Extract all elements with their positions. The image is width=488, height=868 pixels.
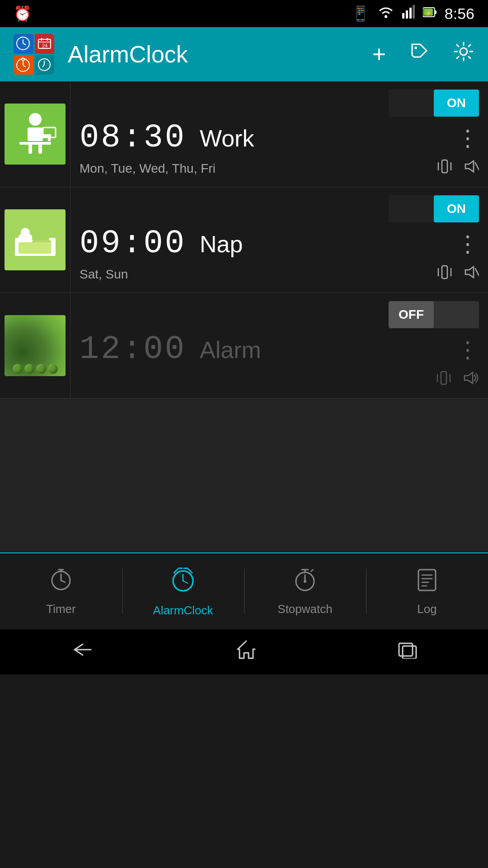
svg-rect-44	[19, 242, 51, 254]
alarm-work-middle: 08:30 Work ⋮	[80, 119, 479, 156]
svg-rect-33	[48, 137, 51, 141]
back-button[interactable]	[69, 641, 96, 663]
nav-item-stopwatch[interactable]: Stopwatch	[244, 553, 366, 629]
alarm-work-time-label: 08:30 Work	[80, 119, 254, 156]
svg-rect-70	[418, 570, 436, 590]
alarm-nap-days: Sat, Sun	[80, 267, 128, 282]
svg-point-24	[414, 47, 417, 49]
alarm-default-time: 12:00	[80, 331, 186, 368]
logo-cell-4	[35, 55, 55, 75]
alarm-nap-toggle[interactable]: ON	[389, 195, 479, 222]
nature-ball-4	[48, 364, 58, 374]
status-right: 📱 ⚡ 8:56	[352, 5, 474, 23]
phone-icon: 📱	[352, 5, 370, 22]
nature-ball-3	[36, 364, 46, 374]
sound-off-icon-work	[462, 158, 479, 179]
alarm-nap-bottom: Sat, Sun	[80, 264, 479, 284]
svg-rect-4	[413, 5, 415, 19]
svg-rect-29	[28, 145, 32, 154]
alarm-row-work: ON 08:30 Work ⋮ Mon, Tue, Wed, Thu, Fri	[0, 81, 488, 187]
battery-icon: ⚡	[423, 5, 436, 22]
alarm-nap-menu[interactable]: ⋮	[456, 231, 479, 257]
empty-area	[0, 399, 488, 552]
svg-rect-45	[442, 266, 447, 278]
alarm-work-name: Work	[200, 125, 254, 152]
bottom-nav: Timer AlarmClock	[0, 552, 488, 629]
sound-off-icon-nap	[462, 264, 479, 284]
alarm-work-bottom: Mon, Tue, Wed, Thu, Fri	[80, 158, 479, 179]
nav-item-timer[interactable]: Timer	[0, 553, 122, 629]
nav-item-alarmclock[interactable]: AlarmClock	[122, 553, 244, 629]
svg-point-66	[304, 580, 306, 583]
status-left: ⏰	[14, 5, 32, 22]
app-logo: 24	[14, 34, 54, 75]
nav-item-log[interactable]: Log	[366, 553, 488, 629]
alarm-icon-default-col	[0, 293, 70, 398]
nature-ball-2	[24, 364, 34, 374]
alarm-default-name: Alarm	[200, 336, 261, 363]
svg-line-48	[475, 269, 479, 276]
alarm-work-badges	[436, 158, 479, 179]
sound-on-icon-default	[461, 370, 479, 390]
svg-rect-27	[28, 127, 43, 141]
svg-rect-6	[435, 10, 436, 14]
timer-nav-icon	[49, 567, 73, 597]
alarm-nap-badges	[436, 264, 479, 284]
timer-nav-label: Timer	[46, 602, 75, 616]
alarm-default-bottom	[80, 370, 479, 390]
svg-text:24: 24	[42, 43, 47, 48]
app-header: 24 AlarmClock +	[0, 27, 488, 81]
vibrate-icon-nap	[436, 264, 453, 284]
sys-nav	[0, 629, 488, 675]
recents-button[interactable]	[396, 641, 419, 663]
logo-cell-1	[14, 34, 33, 54]
wifi-icon	[378, 5, 394, 22]
svg-point-42	[21, 228, 30, 237]
alarm-nap-main: ON 09:00 Nap ⋮ Sat, Sun	[70, 187, 488, 292]
log-nav-label: Log	[417, 602, 436, 616]
alarm-work-toggle-row: ON	[80, 90, 479, 117]
alarm-default-main: OFF 12:00 Alarm ⋮	[70, 293, 488, 398]
alarm-nap-middle: 09:00 Nap ⋮	[80, 225, 479, 262]
nature-balls	[13, 364, 58, 374]
svg-point-0	[385, 15, 387, 18]
alarm-work-time: 08:30	[80, 119, 186, 156]
header-actions: +	[372, 41, 474, 68]
svg-rect-75	[399, 643, 413, 656]
alarm-default-menu[interactable]: ⋮	[456, 336, 479, 363]
alarm-work-toggle[interactable]: ON	[389, 90, 479, 117]
svg-rect-76	[403, 646, 416, 659]
log-nav-icon	[415, 567, 439, 597]
home-button[interactable]	[235, 638, 258, 665]
alarm-icon-work	[5, 104, 66, 165]
alarm-icon-nap-col	[0, 187, 70, 292]
alarm-nap-time-label: 09:00 Nap	[80, 225, 243, 262]
alarm-list: ON 08:30 Work ⋮ Mon, Tue, Wed, Thu, Fri	[0, 81, 488, 399]
status-bar: ⏰ 📱 ⚡ 8:56	[0, 0, 488, 27]
vibrate-icon-default	[436, 370, 452, 390]
alarm-default-toggle-row: OFF	[80, 301, 479, 328]
stopwatch-nav-label: Stopwatch	[277, 602, 332, 616]
alarm-work-main: ON 08:30 Work ⋮ Mon, Tue, Wed, Thu, Fri	[70, 81, 488, 187]
signal-icon	[402, 5, 415, 22]
add-alarm-button[interactable]: +	[372, 41, 386, 68]
svg-rect-30	[38, 145, 42, 154]
app-title: AlarmClock	[68, 41, 363, 68]
settings-button[interactable]	[453, 41, 474, 68]
alarm-nap-name: Nap	[200, 231, 243, 258]
svg-rect-49	[441, 372, 446, 384]
svg-rect-3	[409, 8, 412, 19]
alarm-work-menu[interactable]: ⋮	[456, 125, 479, 151]
alarm-default-time-label: 12:00 Alarm	[80, 331, 261, 368]
svg-text:⚡: ⚡	[425, 9, 432, 16]
alarm-default-middle: 12:00 Alarm ⋮	[80, 331, 479, 368]
nature-ball-1	[13, 364, 23, 374]
tag-button[interactable]	[408, 41, 430, 68]
alarm-nap-toggle-row: ON	[80, 195, 479, 222]
svg-rect-2	[406, 10, 408, 19]
alarm-default-toggle[interactable]: OFF	[389, 301, 479, 328]
svg-rect-1	[402, 13, 404, 19]
alarm-icon-work-col	[0, 81, 70, 187]
svg-line-23	[42, 65, 44, 67]
svg-line-59	[183, 581, 188, 583]
